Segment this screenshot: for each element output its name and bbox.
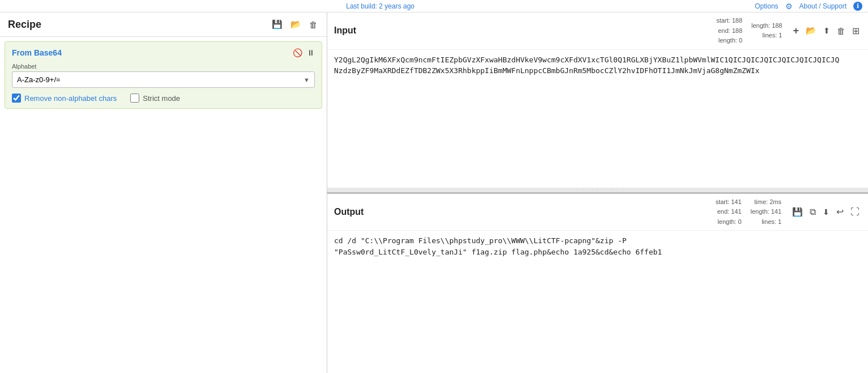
input-add-button[interactable] [791, 23, 801, 39]
delete-recipe-button[interactable] [308, 19, 319, 31]
input-clear-button[interactable] [835, 24, 847, 37]
operation-block: From Base64 Alphabet A-Za-z0-9+/= A-Za-z… [5, 41, 322, 109]
output-expand-button[interactable] [849, 205, 861, 219]
input-stats-right: length: 188 lines: 1 [751, 21, 782, 41]
alphabet-select-wrapper: A-Za-z0-9+/= A-Za-z0-9-_ A-Za-z0-9+/ ▼ [12, 71, 315, 88]
pause-op-button[interactable] [307, 48, 315, 57]
left-bottom-area [0, 113, 327, 373]
recipe-title: Recipe [8, 19, 41, 31]
input-text-area[interactable]: Y2QgL2QgIkM6XFxQcm9ncmFtIEZpbGVzXFxwaHBz… [327, 50, 868, 188]
op-header: From Base64 [12, 48, 315, 57]
checkboxes-row: Remove non-alphabet chars Strict mode [12, 94, 315, 103]
strict-mode-label: Strict mode [143, 94, 180, 103]
save-recipe-button[interactable] [271, 18, 284, 31]
input-open-button[interactable] [804, 24, 818, 37]
output-title: Output [334, 207, 364, 217]
input-section: Input start: 188 end: 188 length: 0 leng… [327, 12, 868, 194]
output-undo-button[interactable] [835, 205, 845, 219]
left-panel: Recipe From Base64 Alphabet A-Za-z0-9+ [0, 12, 327, 373]
remove-nonalpha-label: Remove non-alphabet chars [24, 94, 117, 103]
open-recipe-button[interactable] [289, 18, 302, 31]
options-link[interactable]: Options [755, 2, 778, 10]
input-stats-left: start: 188 end: 188 length: 0 [716, 16, 742, 46]
output-copy-button[interactable] [808, 205, 818, 219]
output-header: Output start: 141 end: 141 length: 0 tim… [327, 194, 868, 231]
input-upload-button[interactable] [822, 24, 832, 37]
output-panel-icons [790, 205, 861, 219]
output-section: Output start: 141 end: 141 length: 0 tim… [327, 194, 868, 374]
output-save-button[interactable] [790, 205, 805, 219]
input-title: Input [334, 26, 356, 36]
gear-icon[interactable] [785, 2, 793, 11]
disable-op-button[interactable] [293, 48, 302, 57]
recipe-header: Recipe [0, 12, 327, 37]
input-header: Input start: 188 end: 188 length: 0 leng… [327, 12, 868, 50]
input-panel-icons [791, 23, 861, 39]
output-download-button[interactable] [821, 206, 831, 218]
resizer[interactable]: · · · · · · · · · [327, 188, 868, 192]
info-icon[interactable] [853, 2, 862, 11]
output-meta: start: 141 end: 141 length: 0 time: 2ms … [716, 197, 861, 227]
op-controls [293, 48, 315, 57]
alphabet-label: Alphabet [12, 63, 315, 70]
remove-nonalpha-checkbox[interactable] [12, 94, 21, 103]
input-meta: start: 188 end: 188 length: 0 length: 18… [716, 16, 861, 46]
remove-nonalpha-checkbox-item[interactable]: Remove non-alphabet chars [12, 94, 117, 103]
strict-mode-checkbox[interactable] [130, 94, 139, 103]
output-text-area[interactable]: cd /d "C:\\Program Files\\phpstudy_pro\\… [327, 231, 868, 373]
alphabet-field: Alphabet A-Za-z0-9+/= A-Za-z0-9-_ A-Za-z… [12, 63, 315, 88]
about-link[interactable]: About / Support [799, 2, 846, 10]
strict-mode-checkbox-item[interactable]: Strict mode [130, 94, 180, 103]
top-bar: Last build: 2 years ago Options About / … [0, 0, 868, 12]
alphabet-select[interactable]: A-Za-z0-9+/= A-Za-z0-9-_ A-Za-z0-9+/ [12, 72, 314, 87]
op-title: From Base64 [12, 48, 62, 57]
main-area: Recipe From Base64 Alphabet A-Za-z0-9+ [0, 12, 868, 373]
output-stats-left: start: 141 end: 141 length: 0 [716, 197, 742, 227]
right-panel: Input start: 188 end: 188 length: 0 leng… [327, 12, 868, 373]
output-stats-right: time: 2ms length: 141 lines: 1 [751, 197, 781, 227]
build-info: Last build: 2 years ago [346, 2, 414, 10]
top-bar-right: Options About / Support [755, 2, 862, 11]
input-layout-button[interactable] [850, 24, 861, 38]
recipe-icons [271, 18, 319, 31]
resizer-dots: · · · · · · · · · [578, 187, 618, 192]
